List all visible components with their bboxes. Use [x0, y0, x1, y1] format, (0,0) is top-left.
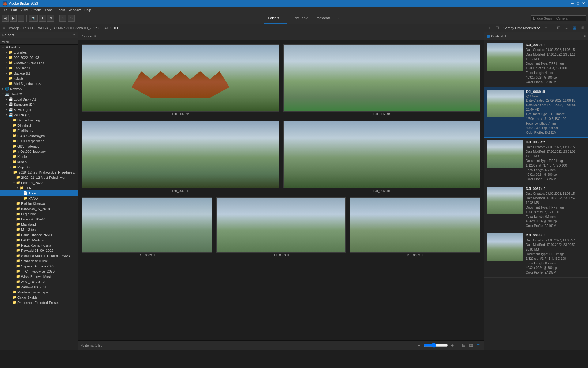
menu-help[interactable]: Help: [84, 8, 91, 12]
undo-button[interactable]: ↩: [59, 15, 66, 22]
tree-arrow-network[interactable]: ▸: [1, 87, 5, 91]
sidebar-item-samsung-d[interactable]: ▸💾Samsung (D:): [0, 102, 78, 107]
sidebar-item-creative-cloud[interactable]: ▸📁Creative Cloud Files: [0, 60, 78, 65]
thumb-item-6[interactable]: DJI_0069.tif: [349, 196, 481, 258]
back-button[interactable]: ◀: [2, 15, 9, 22]
zoom-out-btn[interactable]: −: [416, 342, 422, 348]
nav-tabs-more[interactable]: »: [336, 13, 341, 24]
sidebar-item-filehistory[interactable]: 📁FileHistory: [0, 128, 78, 133]
tree-arrow-samsung-d[interactable]: ▸: [5, 103, 9, 106]
tree-arrow-this-pc[interactable]: ▾: [1, 92, 5, 96]
sidebar-item-2020-01-12[interactable]: 📁2020_01_12 Most Południwu: [0, 175, 78, 180]
view-delete-btn[interactable]: 🗑: [579, 25, 586, 31]
thumb-item-2[interactable]: DJI_0069.tif: [81, 120, 281, 194]
sidebar-item-foto-komercyjne[interactable]: 📁FOTO komercyjne: [0, 133, 78, 138]
tree-arrow-stary-e[interactable]: ▸: [5, 108, 9, 112]
filter-toggle-btn[interactable]: ⊞: [494, 25, 500, 31]
sidebar-item-flat[interactable]: ▾📁FLAT: [0, 185, 78, 190]
sidebar-item-mini-3-test[interactable]: 📁Mini 3 test: [0, 227, 78, 232]
sidebar-item-kubab2[interactable]: 📁kubab: [0, 159, 78, 164]
up-button[interactable]: ↑: [18, 15, 24, 22]
tree-arrow-local-disk-c[interactable]: ▸: [5, 98, 9, 101]
sidebar-item-suprasl[interactable]: 📁Supraśl Sierpień 2022: [0, 263, 78, 269]
tab-metadata[interactable]: Metadata: [313, 13, 334, 24]
sidebar-item-backup-i[interactable]: ▸📁Backup (I:): [0, 71, 78, 76]
sidebar-item-leba-09-2022[interactable]: ▾📁Łeba 09_2022: [0, 180, 78, 185]
breadcrumb-this-pc[interactable]: This PC: [23, 26, 35, 30]
menu-label[interactable]: Label: [45, 8, 53, 12]
sidebar-item-powazki[interactable]: 📁Powązki 11_09_2022: [0, 248, 78, 253]
window-controls[interactable]: ─ □ ✕: [570, 1, 586, 6]
maximize-btn[interactable]: □: [576, 1, 580, 6]
sidebar-item-palac-otwock[interactable]: 📁Pałac Otwock PANO: [0, 232, 78, 237]
sidebar-item-foto-moje-rozne[interactable]: 📁FOTO Moje różne: [0, 138, 78, 144]
sidebar-item-kubab[interactable]: 📁kubab: [0, 76, 78, 81]
zoom-slider[interactable]: [424, 343, 448, 348]
camera-button[interactable]: 📷: [29, 15, 38, 22]
sidebar-item-skansen[interactable]: 📁Skansen w Turnie: [0, 258, 78, 263]
close-btn[interactable]: ✕: [581, 1, 586, 6]
thumb-item-0[interactable]: DJI_0069.tif: [81, 43, 281, 117]
file-card-3[interactable]: DJI_0067.tif Date Created: 29.09.2022, 1…: [484, 184, 588, 231]
preview-options-icon[interactable]: ≡: [94, 34, 96, 38]
sidebar-item-ttc-myslowice[interactable]: 📁TTC_mysłowice_2020: [0, 269, 78, 274]
tree-arrow-flat[interactable]: ▾: [16, 186, 20, 190]
tree-arrow-900-2022-09-03[interactable]: ▸: [5, 56, 9, 59]
file-card-4[interactable]: DJI_0066.tif Date Created: 29.09.2022, 1…: [484, 231, 588, 278]
menu-edit[interactable]: Edit: [11, 8, 17, 12]
sidebar-item-dji-mini-2[interactable]: 📁Dji mini 2: [0, 123, 78, 128]
thumb-item-5[interactable]: DJI_0069.tif: [215, 196, 348, 258]
sidebar-item-katowice-07-2018[interactable]: 📁Katowice_07_2018: [0, 206, 78, 211]
export-button[interactable]: ⬆: [39, 15, 46, 22]
minimize-btn[interactable]: ─: [570, 1, 575, 6]
tab-folders[interactable]: Folders ☰: [264, 13, 287, 24]
file-card-2[interactable]: DJI_0068.tif Date Created: 29.09.2022, 1…: [484, 138, 588, 184]
ascending-btn[interactable]: ↑: [543, 25, 549, 31]
tree-arrow-work-f[interactable]: ▾: [5, 113, 9, 117]
tab-light-table[interactable]: Light Table: [288, 13, 312, 24]
breadcrumb-leba[interactable]: Łeba 09_2022: [76, 26, 97, 30]
thumb-item-1[interactable]: DJI_0069.tif: [282, 43, 482, 117]
sort-order-btn[interactable]: ⬆: [486, 25, 492, 31]
menu-stacks[interactable]: Stacks: [31, 8, 41, 12]
view-toggle-3[interactable]: ≡: [475, 342, 481, 348]
sidebar-item-plaza-romantyczna[interactable]: 📁Plaża Romantyczna: [0, 243, 78, 248]
file-card-1[interactable]: DJI_0069.tif ⏱☆☆☆☆☆ Date Created: 29.09.…: [484, 87, 588, 138]
sidebar-item-desktop[interactable]: ▾🖥Desktop: [0, 45, 78, 50]
menu-window[interactable]: Window: [69, 8, 81, 12]
sidebar-item-legia-noc[interactable]: 📁Legia noc: [0, 211, 78, 217]
menu-view[interactable]: View: [21, 8, 28, 12]
forward-button[interactable]: ▶: [10, 15, 17, 22]
sidebar-item-bauke-imaging[interactable]: 📁Bauke Imaging: [0, 117, 78, 123]
sidebar-item-gbv-materialy[interactable]: 📁GBV materiały: [0, 144, 78, 149]
sidebar-item-pano[interactable]: 📁PANO: [0, 196, 78, 201]
sidebar-item-2019-12-25[interactable]: 📁2019_12_25_Krakowskie_Przedmieście_PANO: [0, 170, 78, 175]
sidebar-item-lubaszki[interactable]: 📁Lubaszki 10m54: [0, 217, 78, 222]
sidebar-item-photoshop-exported[interactable]: 📁Photoshop Exported Presets: [0, 300, 78, 305]
sidebar-item-this-pc[interactable]: ▾💻This PC: [0, 91, 78, 97]
sidebar-item-montaze-komercyjne[interactable]: 📁Montaże komercyjne: [0, 289, 78, 295]
sidebar-item-inout360-logotypy[interactable]: 📁InOut360_logotypy: [0, 149, 78, 154]
view-grid-btn[interactable]: ⊞: [556, 25, 562, 31]
redo-button[interactable]: ↪: [68, 15, 75, 22]
view-detail-btn[interactable]: ▦: [571, 25, 578, 31]
tree-arrow-backup-i[interactable]: ▸: [5, 71, 9, 75]
sidebar-header[interactable]: Folders ≡: [0, 32, 78, 38]
search-input[interactable]: [531, 15, 586, 21]
sidebar-item-local-disk-c[interactable]: ▸💾Local Disk (C:): [0, 97, 78, 102]
sidebar-item-bielsko-kierowa[interactable]: 📁Bielsko Kierowa: [0, 201, 78, 206]
view-toggle-2[interactable]: ▦: [468, 342, 474, 348]
sidebar-item-siekierki[interactable]: 📁Siekierki Stadion Pokorna PANO: [0, 253, 78, 258]
sidebar-item-mini-3-gimbal[interactable]: 📁Mini 3 gimbal buzz: [0, 81, 78, 86]
tree-arrow-desktop[interactable]: ▾: [1, 45, 5, 49]
thumb-item-3[interactable]: DJI_0069.tif: [282, 120, 482, 194]
tree-arrow-leba-09-2022[interactable]: ▾: [12, 181, 16, 185]
tree-arrow-libraries[interactable]: ▸: [5, 51, 9, 54]
sidebar-item-network[interactable]: ▸🌐Network: [0, 86, 78, 91]
view-toggle-1[interactable]: ⊞: [461, 342, 467, 348]
sidebar-item-kindle[interactable]: 📁Kindle: [0, 154, 78, 159]
sidebar-item-oskar-skubis[interactable]: 📁Oskar Skubis: [0, 295, 78, 300]
tree-arrow-creative-cloud[interactable]: ▸: [5, 61, 9, 65]
right-panel-options[interactable]: ≡: [584, 34, 586, 38]
view-list-btn[interactable]: ≡: [564, 25, 570, 31]
